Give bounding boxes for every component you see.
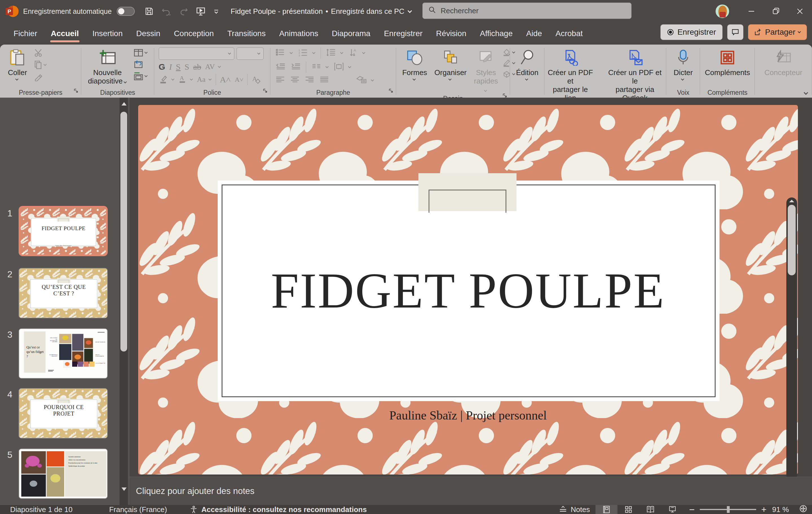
thumbnail-scrollbar[interactable] bbox=[120, 98, 128, 505]
tab-insertion[interactable]: Insertion bbox=[86, 23, 129, 45]
character-spacing-button[interactable]: AV bbox=[205, 63, 215, 71]
save-ribbon-button[interactable]: Enregistrer bbox=[660, 24, 723, 40]
thumbnail-scroll-down-icon[interactable] bbox=[121, 487, 126, 491]
align-right-button[interactable] bbox=[305, 76, 314, 85]
text-direction-button[interactable] bbox=[334, 62, 344, 72]
account-avatar[interactable] bbox=[716, 4, 729, 18]
share-button[interactable]: Partager bbox=[748, 24, 807, 40]
editing-button[interactable]: Édition bbox=[513, 47, 541, 82]
sort-text-button[interactable]: A bbox=[348, 48, 358, 58]
increase-indent-button[interactable] bbox=[291, 63, 301, 72]
change-case-button[interactable]: Aa bbox=[197, 75, 206, 84]
tab-enregistrer[interactable]: Enregistrer bbox=[377, 23, 429, 45]
thumbnail-scroll-up-icon[interactable] bbox=[121, 102, 126, 106]
slide-layout-button[interactable] bbox=[134, 49, 148, 57]
create-pdf-link-button[interactable]: Créer un PDF etpartager le lien bbox=[545, 47, 596, 103]
fit-slide-to-window-button[interactable] bbox=[799, 505, 808, 514]
notes-toggle[interactable]: Notes bbox=[553, 505, 596, 514]
columns-button[interactable] bbox=[311, 63, 321, 72]
zoom-slider[interactable] bbox=[700, 509, 756, 510]
zoom-in-button[interactable]: + bbox=[761, 505, 766, 514]
slide-thumbnail-5[interactable]: Grande anxieuse Aide à la concentration … bbox=[19, 449, 108, 499]
tab-diaporama[interactable]: Diaporama bbox=[325, 23, 377, 45]
slide-thumbnail-2[interactable]: QU’EST CE QUE C’EST ? bbox=[19, 268, 108, 318]
undo-icon[interactable] bbox=[161, 6, 171, 16]
normal-view-button[interactable] bbox=[596, 505, 617, 514]
tab-dessin[interactable]: Dessin bbox=[129, 23, 167, 45]
slide-number-indicator[interactable]: Diapositive 1 de 10 bbox=[0, 505, 78, 514]
start-slideshow-icon[interactable] bbox=[196, 6, 206, 16]
justify-button[interactable] bbox=[319, 76, 329, 85]
tab-conception[interactable]: Conception bbox=[167, 23, 221, 45]
document-title[interactable]: Fidget Poulpe - présentation•Enregistré … bbox=[231, 7, 412, 16]
tab-acrobat[interactable]: Acrobat bbox=[549, 23, 589, 45]
numbered-list-button[interactable]: 123 bbox=[298, 48, 308, 58]
autosave-toggle[interactable] bbox=[117, 7, 135, 16]
new-slide-button[interactable]: Nouvellediapositive bbox=[85, 47, 130, 86]
notes-pane[interactable]: Cliquez pour ajouter des notes bbox=[130, 477, 812, 505]
redo-icon[interactable] bbox=[179, 6, 188, 16]
format-painter-button[interactable] bbox=[34, 73, 47, 81]
shapes-button[interactable]: Formes bbox=[400, 47, 430, 82]
paste-button[interactable]: Coller bbox=[5, 47, 30, 82]
align-center-button[interactable] bbox=[290, 76, 300, 85]
save-icon[interactable] bbox=[144, 6, 154, 16]
dictate-button[interactable]: Dicter bbox=[671, 47, 696, 82]
font-name-combo[interactable] bbox=[159, 47, 234, 60]
slide-subtitle[interactable]: Pauline Sbaïz | Projet personnel bbox=[138, 408, 798, 423]
slide-sorter-view-button[interactable] bbox=[617, 505, 639, 514]
clear-formatting-button[interactable]: A bbox=[252, 74, 261, 85]
tab-accueil[interactable]: Accueil bbox=[44, 23, 86, 45]
copy-button[interactable] bbox=[34, 60, 47, 70]
thumbnail-scrollbar-thumb[interactable] bbox=[120, 112, 127, 352]
underline-button[interactable]: S bbox=[176, 62, 181, 72]
tab-animations[interactable]: Animations bbox=[272, 23, 325, 45]
restore-button[interactable] bbox=[763, 0, 788, 23]
bold-button[interactable]: G bbox=[159, 62, 165, 72]
tab-aide[interactable]: Aide bbox=[519, 23, 549, 45]
slideshow-view-button[interactable] bbox=[662, 505, 684, 514]
font-size-combo[interactable] bbox=[236, 47, 264, 60]
convert-smartart-button[interactable] bbox=[356, 76, 367, 85]
text-shadow-button[interactable]: S bbox=[185, 62, 190, 72]
clipboard-dialog-launcher[interactable] bbox=[73, 88, 79, 96]
comments-button[interactable] bbox=[727, 24, 744, 40]
slide-thumbnail-4[interactable]: POURQUOI CE PROJET bbox=[19, 388, 108, 438]
create-pdf-outlook-button[interactable]: Créer un PDF et lepartager via Outlook bbox=[604, 47, 666, 103]
close-button[interactable] bbox=[788, 0, 812, 23]
slide-thumbnail-1[interactable]: FIDGET POULPE Pauline Sbaïz | Projet per… bbox=[19, 206, 108, 256]
shrink-font-button[interactable]: A˅ bbox=[235, 76, 243, 83]
paragraph-dialog-launcher[interactable] bbox=[388, 88, 394, 96]
align-left-button[interactable] bbox=[276, 76, 285, 85]
customize-qat-icon[interactable] bbox=[213, 8, 219, 15]
tab-revision[interactable]: Révision bbox=[429, 23, 473, 45]
zoom-level[interactable]: 91 % bbox=[766, 505, 794, 514]
main-scrollbar-thumb[interactable] bbox=[788, 205, 796, 275]
accessibility-status[interactable]: Accessibilité : consultez nos recommanda… bbox=[173, 505, 373, 514]
zoom-slider-thumb[interactable] bbox=[727, 506, 730, 513]
search-input[interactable]: Rechercher bbox=[422, 3, 632, 19]
tab-fichier[interactable]: Fichier bbox=[7, 23, 44, 45]
highlight-button[interactable] bbox=[159, 74, 168, 85]
scroll-up-icon[interactable] bbox=[789, 200, 794, 202]
decrease-indent-button[interactable] bbox=[276, 63, 286, 72]
font-dialog-launcher[interactable] bbox=[262, 88, 268, 96]
current-slide[interactable]: FIDGET POULPE Pauline Sbaïz | Projet per… bbox=[138, 105, 798, 475]
strikethrough-button[interactable]: ab bbox=[193, 62, 201, 72]
quick-styles-button[interactable]: Stylesrapides bbox=[471, 47, 501, 95]
font-color-button[interactable]: A bbox=[178, 74, 187, 85]
tab-affichage[interactable]: Affichage bbox=[473, 23, 519, 45]
slide-thumbnail-3[interactable]: Qu’est ce qu’un fidget ? DÉCOUVRIR DE NO… bbox=[19, 328, 108, 379]
language-indicator[interactable]: Français (France) bbox=[78, 505, 173, 514]
italic-button[interactable]: I bbox=[169, 62, 172, 72]
grow-font-button[interactable]: A˄ bbox=[220, 75, 231, 84]
tab-transitions[interactable]: Transitions bbox=[221, 23, 272, 45]
collapse-ribbon-icon[interactable] bbox=[805, 91, 808, 96]
zoom-out-button[interactable]: − bbox=[689, 504, 695, 514]
line-spacing-button[interactable] bbox=[326, 48, 336, 58]
reading-view-button[interactable] bbox=[639, 505, 662, 514]
addins-button[interactable]: Compléments bbox=[702, 47, 753, 78]
main-scrollbar[interactable] bbox=[786, 197, 797, 514]
minimize-button[interactable] bbox=[739, 0, 763, 23]
section-button[interactable] bbox=[134, 72, 148, 81]
